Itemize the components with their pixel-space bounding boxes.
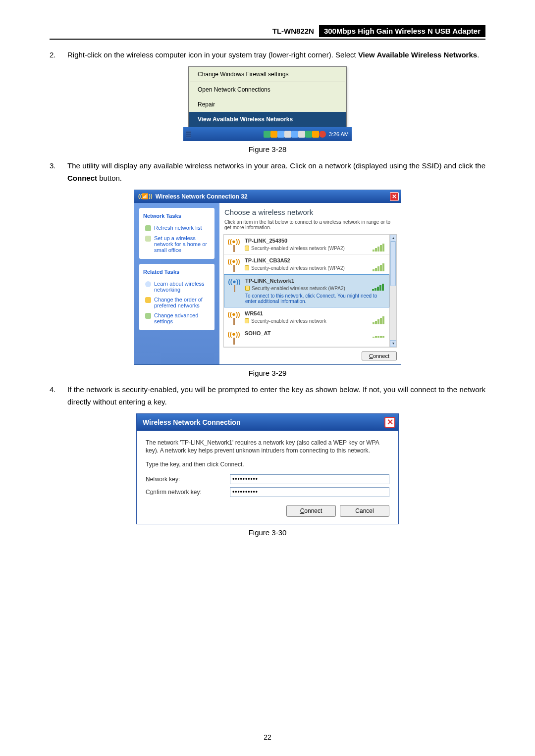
- network-list: ((●))TP-LINK_254350Security-enabled wire…: [223, 234, 397, 348]
- refresh-network-list-link[interactable]: Refresh network list: [142, 223, 212, 233]
- scroll-up-icon[interactable]: ▴: [390, 235, 396, 242]
- gear-icon: [145, 313, 151, 319]
- tray-context-menu: Change Windows Firewall settings Open Ne…: [188, 66, 347, 127]
- link-label: Change advanced settings: [154, 312, 210, 324]
- network-key-label: Network key:: [146, 476, 230, 483]
- scrollbar[interactable]: ▴ ▾: [389, 235, 396, 347]
- tray-menu-item-view-networks[interactable]: View Available Wireless Networks: [189, 112, 346, 127]
- network-ssid: TP-LINK_CB3A52: [245, 257, 386, 263]
- taskbar: 3:26 AM: [183, 127, 352, 141]
- step-3: 3. The utility will display any availabl…: [50, 159, 485, 185]
- wireless-icon: ((●)): [227, 330, 241, 345]
- setup-icon: [145, 236, 151, 242]
- tray-menu-item-firewall[interactable]: Change Windows Firewall settings: [189, 67, 346, 82]
- link-label: Learn about wireless networking: [154, 281, 210, 293]
- key-dialog-description: The network 'TP-LINK_Network1' requires …: [146, 439, 389, 454]
- figure-caption-29: Figure 3-29: [50, 369, 485, 377]
- dialog-title: Wireless Network Connection 32: [156, 193, 248, 200]
- step-2: 2. Right-click on the wireless computer …: [50, 49, 485, 61]
- step-text: If the network is security-enabled, you …: [67, 383, 485, 408]
- change-order-link[interactable]: Change the order of preferred networks: [142, 295, 212, 310]
- connect-button-rest: onnect: [373, 353, 389, 359]
- step-text-part: The utility will display any available w…: [67, 161, 485, 170]
- network-tasks-heading: Network Tasks: [142, 211, 212, 221]
- lock-icon: [245, 265, 249, 270]
- tray-menu-item-open-connections[interactable]: Open Network Connections: [189, 82, 346, 97]
- tray-icon[interactable]: [277, 131, 284, 138]
- step-text-bold: View Available Wireless Networks: [358, 50, 477, 59]
- network-desc: Security-enabled wireless network (WPA2): [245, 286, 386, 291]
- related-tasks-panel: Related Tasks Learn about wireless netwo…: [139, 264, 214, 330]
- network-ssid: TP-LINK_254350: [245, 238, 386, 244]
- tray-icon[interactable]: [319, 131, 326, 138]
- connect-button[interactable]: Connect: [362, 352, 397, 360]
- signal-bars-icon: [373, 336, 384, 338]
- signal-bars-icon: [373, 263, 384, 271]
- tray-icon[interactable]: [298, 131, 305, 138]
- network-tasks-panel: Network Tasks Refresh network list Set u…: [139, 208, 214, 259]
- lock-icon: [245, 246, 249, 251]
- step-text-part: button.: [97, 174, 122, 182]
- network-ssid: SOHO_AT: [245, 330, 386, 336]
- main-hint: Click an item in the list below to conne…: [219, 219, 401, 234]
- step-text-part: Right-click on the wireless computer ico…: [67, 50, 358, 59]
- network-item[interactable]: ((●))TP-LINK_CB3A52Security-enabled wire…: [224, 254, 389, 274]
- wireless-icon: ((●)): [227, 238, 241, 252]
- main-heading: Choose a wireless network: [219, 203, 401, 219]
- network-item[interactable]: ((●))WR541Security-enabled wireless netw…: [224, 307, 389, 327]
- advanced-settings-link[interactable]: Change advanced settings: [142, 310, 212, 326]
- step-text: The utility will display any available w…: [67, 159, 485, 185]
- step-text-part: .: [477, 50, 479, 59]
- product-description: 300Mbps High Gain Wireless N USB Adapter: [319, 25, 485, 37]
- dialog-titlebar: ((📶)) Wireless Network Connection 32 ✕: [134, 190, 401, 203]
- product-model: TL-WN822N: [268, 25, 319, 37]
- link-label: Change the order of preferred networks: [154, 297, 210, 308]
- step-number: 3.: [50, 159, 67, 185]
- wireless-icon: ((●)): [227, 257, 241, 272]
- network-item[interactable]: ((●))SOHO_AT: [224, 327, 389, 347]
- tray-icon[interactable]: [284, 131, 291, 138]
- tray-icon[interactable]: [312, 131, 319, 138]
- network-item[interactable]: ((●))TP-LINK_254350Security-enabled wire…: [224, 235, 389, 254]
- dialog-title: Wireless Network Connection: [143, 418, 240, 426]
- lock-icon: [245, 286, 250, 291]
- signal-bars-icon: [372, 284, 384, 291]
- link-label: Refresh network list: [154, 225, 202, 231]
- sidebar: Network Tasks Refresh network list Set u…: [134, 203, 219, 364]
- document-header: TL-WN822N 300Mbps High Gain Wireless N U…: [50, 25, 485, 40]
- network-desc: Security-enabled wireless network: [245, 318, 386, 324]
- cancel-button[interactable]: Cancel: [340, 505, 389, 517]
- dialog-titlebar: Wireless Network Connection ✕: [137, 414, 398, 431]
- step-text: Right-click on the wireless computer ico…: [67, 49, 485, 61]
- confirm-key-label: Confirm network key:: [146, 489, 230, 496]
- scroll-thumb[interactable]: [390, 242, 396, 286]
- learn-wireless-link[interactable]: Learn about wireless networking: [142, 279, 212, 295]
- network-key-dialog: Wireless Network Connection ✕ The networ…: [136, 413, 399, 525]
- star-icon: [145, 297, 151, 303]
- network-item[interactable]: ((●))TP-LINK_Network1Security-enabled wi…: [224, 274, 389, 307]
- network-ssid: TP-LINK_Network1: [245, 278, 386, 284]
- tray-icon[interactable]: [305, 131, 312, 138]
- wireless-icon: ((📶)): [138, 193, 153, 200]
- confirm-key-input[interactable]: [230, 487, 389, 497]
- link-label: Set up a wireless network for a home or …: [154, 235, 210, 253]
- figure-caption-30: Figure 3-30: [50, 528, 485, 537]
- wireless-network-dialog: ((📶)) Wireless Network Connection 32 ✕ N…: [134, 190, 401, 365]
- tray-menu-item-repair[interactable]: Repair: [189, 97, 346, 112]
- close-icon[interactable]: ✕: [390, 192, 399, 201]
- tray-icon[interactable]: [291, 131, 298, 138]
- network-key-input[interactable]: [230, 474, 389, 484]
- scroll-down-icon[interactable]: ▾: [390, 340, 396, 347]
- info-icon: [145, 281, 151, 287]
- dialog-main: Choose a wireless network Click an item …: [219, 203, 401, 364]
- wireless-icon: ((●)): [227, 310, 241, 325]
- figure-caption-28: Figure 3-28: [50, 145, 485, 153]
- close-icon[interactable]: ✕: [384, 417, 395, 428]
- tray-icon[interactable]: [270, 131, 277, 138]
- wireless-icon: ((●)): [227, 278, 241, 292]
- network-ssid: WR541: [245, 310, 386, 316]
- connect-button[interactable]: Connect: [286, 505, 336, 517]
- setup-wireless-link[interactable]: Set up a wireless network for a home or …: [142, 233, 212, 255]
- key-dialog-instruction: Type the key, and then click Connect.: [146, 460, 389, 468]
- tray-icon[interactable]: [264, 131, 270, 138]
